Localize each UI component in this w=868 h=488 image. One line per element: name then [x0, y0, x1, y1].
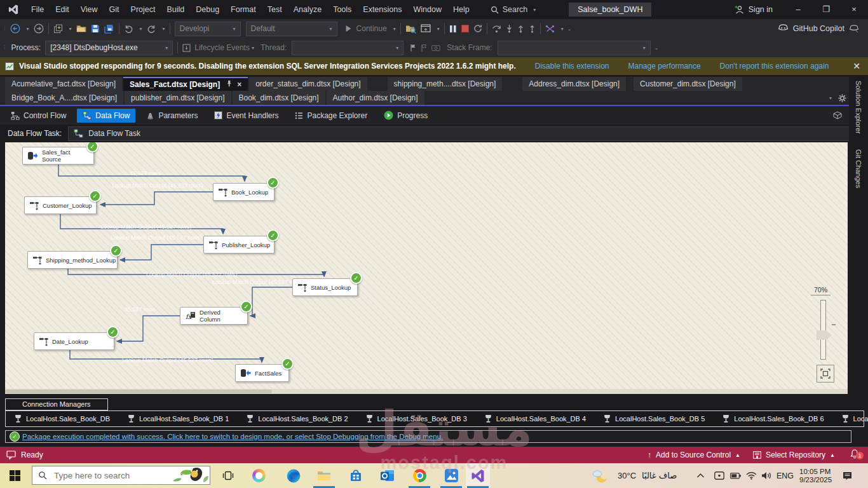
wifi-icon[interactable] — [746, 463, 757, 488]
designer-tab-control-flow[interactable]: Control Flow — [5, 109, 72, 123]
continue-button[interactable]: Continue▾ — [345, 24, 396, 33]
file-explorer-taskbar-button[interactable] — [312, 463, 336, 488]
weather-description[interactable]: صاف غالبًا — [642, 463, 677, 488]
battery-icon[interactable] — [730, 463, 741, 488]
search-input[interactable] — [53, 470, 169, 481]
side-tab-solution-explorer[interactable]: Solution Explorer — [855, 81, 862, 134]
connection-managers-tab[interactable]: Connection Managers — [5, 398, 108, 410]
package-icon[interactable] — [833, 111, 842, 119]
search-control[interactable]: Search ▾ — [485, 5, 541, 14]
flag2-icon[interactable] — [421, 44, 428, 52]
menu-tools[interactable]: Tools — [327, 0, 357, 19]
close-icon[interactable]: × — [237, 80, 241, 89]
designer-tab-package-explorer[interactable]: Package Explorer — [289, 109, 373, 123]
start-button[interactable] — [3, 463, 27, 488]
close-button[interactable]: × — [840, 0, 868, 19]
menu-file[interactable]: File — [25, 0, 50, 19]
lifecycle-events-icon[interactable] — [182, 44, 191, 52]
menu-git[interactable]: Git — [104, 0, 125, 19]
meet-now-icon[interactable] — [714, 463, 724, 488]
menu-window[interactable]: Window — [407, 0, 447, 19]
zoom-slider-track[interactable] — [820, 300, 826, 360]
document-tab-r2-4[interactable]: Author_dim.dtsx [Design] — [327, 91, 424, 105]
solution-platforms-combo[interactable]: Default▾ — [246, 22, 337, 36]
select-repository-button[interactable]: Select Repository ▲ — [749, 451, 839, 459]
save-icon[interactable] — [91, 24, 100, 33]
designer-tab-progress[interactable]: Progress — [378, 108, 433, 123]
thread-combo[interactable]: ▾ — [292, 41, 403, 55]
connection-manager-item-5[interactable]: LocalHost.Sales_Book_DB 4 — [476, 414, 595, 423]
undo-icon[interactable] — [124, 24, 133, 33]
store-taskbar-button[interactable] — [344, 463, 368, 488]
maximize-button[interactable]: ❐ — [812, 0, 840, 19]
task-view-button[interactable] — [216, 463, 240, 488]
redo-icon[interactable] — [147, 24, 156, 33]
menu-project[interactable]: Project — [125, 0, 161, 19]
gear-icon[interactable] — [838, 94, 846, 102]
connection-manager-item-7[interactable]: LocalHost.Sales_Book_DB 6 — [714, 414, 832, 423]
sign-in-button[interactable]: Sign in — [735, 5, 773, 14]
connection-manager-item-6[interactable]: LocalHost.Sales_Book_DB 5 — [595, 414, 714, 423]
stack-frame-combo[interactable]: ▾ — [498, 41, 651, 55]
menu-format[interactable]: Format — [225, 0, 262, 19]
document-tab-r1-4[interactable]: shipping_meth....dtsx [Design] — [388, 77, 503, 91]
zoom-fit-button[interactable] — [817, 365, 834, 383]
close-icon[interactable]: ✕ — [853, 61, 860, 71]
connection-manager-item-2[interactable]: LocalHost.Sales_Book_DB 1 — [119, 414, 238, 423]
stop-icon[interactable] — [461, 25, 469, 32]
data-flow-task-combo[interactable]: Data Flow Task — [68, 126, 853, 141]
document-tab-r1-5[interactable]: Address_dim.dtsx [Design] — [522, 77, 626, 91]
toolbar-overflow-icon[interactable]: ⌄ — [567, 26, 572, 32]
document-tab-r2-2[interactable]: publisher_dim.dtsx [Design] — [125, 91, 231, 105]
weather-icon[interactable] — [591, 463, 610, 488]
horizontal-scrollbar[interactable] — [5, 389, 848, 394]
step-out-icon[interactable] — [517, 25, 524, 33]
open-folder-icon[interactable] — [76, 24, 86, 33]
step-into-icon[interactable] — [506, 25, 513, 33]
language-indicator[interactable]: ENG — [776, 463, 794, 488]
weather-temp[interactable]: 30°C — [618, 463, 636, 488]
action-center-button[interactable] — [843, 463, 852, 488]
document-tab-r1-2[interactable]: Sales_Fact.dtsx [Design]× — [123, 77, 248, 91]
data-flow-design-canvas[interactable]: 70% 45,527 rowsLookup Match Output (45,5… — [5, 142, 848, 394]
save-all-icon[interactable] — [104, 24, 114, 34]
scrollbar-thumb[interactable] — [5, 390, 272, 393]
menu-extensions[interactable]: Extensions — [357, 0, 407, 19]
menu-view[interactable]: View — [75, 0, 104, 19]
notification-link-2[interactable]: Manage performance — [628, 62, 701, 71]
menu-test[interactable]: Test — [262, 0, 288, 19]
dataflow-node-status_lookup[interactable]: Status_Lookup✓ — [292, 278, 358, 296]
add-to-source-control-button[interactable]: ↑ Add to Source Control ▲ — [644, 451, 744, 459]
flag-icon[interactable] — [410, 44, 417, 52]
toolbar-drag-handle[interactable]: ⁞ — [4, 44, 6, 51]
step-up-icon[interactable] — [529, 25, 536, 33]
toolbar-drag-handle[interactable]: ⁞ — [4, 25, 6, 32]
document-tab-r1-6[interactable]: Customer_dim.dtsx [Design] — [634, 77, 742, 91]
solution-name-box[interactable]: Salse_book_DWH — [569, 3, 651, 17]
designer-tab-parameters[interactable]: Parameters — [140, 109, 203, 123]
dataflow-node-sales_fact-source[interactable]: Sales_fact Source✓ — [22, 147, 94, 165]
navigate-back-icon[interactable] — [10, 24, 20, 34]
dataflow-node-customer_lookup[interactable]: Customer_Lookup✓ — [24, 196, 97, 214]
minimize-button[interactable]: – — [784, 0, 812, 19]
dataflow-node-derived-column[interactable]: fxDerived Column✓ — [180, 307, 248, 325]
outlook-taskbar-button[interactable] — [376, 463, 400, 488]
copilot-taskbar-button[interactable] — [247, 463, 271, 488]
connection-manager-item-3[interactable]: LocalHost.Sales_Book_DB 2 — [238, 414, 356, 423]
process-combo[interactable]: [2348] DtsDebugHost.exe▾ — [45, 41, 173, 55]
designer-tab-data-flow[interactable]: Data Flow — [77, 109, 135, 123]
startup-window-icon[interactable] — [421, 24, 431, 33]
taskbar-search-box[interactable] — [32, 466, 210, 485]
lifecycle-events-label[interactable]: Lifecycle Events — [194, 43, 250, 52]
volume-icon[interactable] — [761, 463, 772, 488]
solution-configurations-combo[interactable]: Developi▾ — [175, 22, 241, 36]
restart-icon[interactable] — [473, 24, 482, 33]
connection-manager-item-8[interactable]: LocalHost.Sales_Book_DB 7 — [833, 414, 868, 423]
menu-analyze[interactable]: Analyze — [288, 0, 327, 19]
chrome-taskbar-button[interactable] — [407, 463, 431, 488]
pause-icon[interactable] — [449, 25, 457, 33]
notification-link-1[interactable]: Disable this extension — [535, 62, 609, 71]
notifications-bell-button[interactable]: 1 — [850, 449, 859, 461]
menu-edit[interactable]: Edit — [50, 0, 75, 19]
toolbar-overflow-icon[interactable]: ⌄ — [654, 45, 659, 51]
